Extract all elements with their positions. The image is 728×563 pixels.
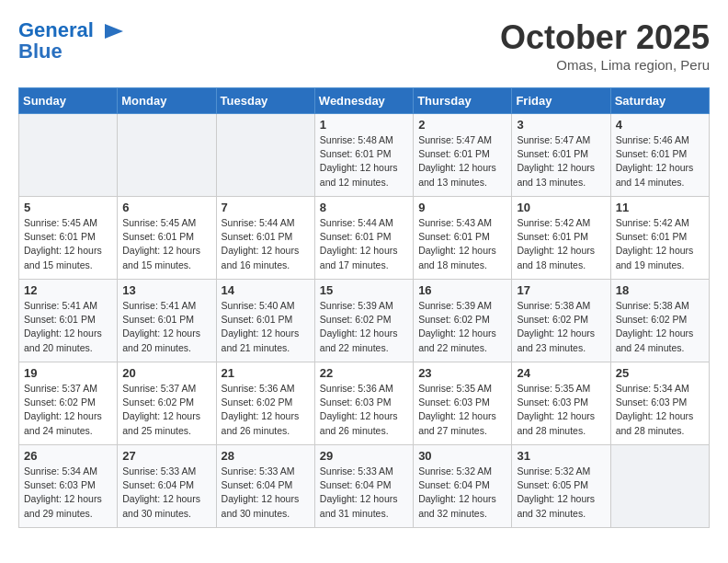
calendar-cell — [118, 114, 216, 197]
calendar-cell: 10Sunrise: 5:42 AMSunset: 6:01 PMDayligh… — [512, 197, 610, 280]
calendar-cell: 16Sunrise: 5:39 AMSunset: 6:02 PMDayligh… — [414, 280, 512, 362]
day-info: Sunrise: 5:32 AMSunset: 6:05 PMDaylight:… — [517, 465, 605, 521]
day-number: 31 — [517, 449, 605, 463]
day-info: Sunrise: 5:33 AMSunset: 6:04 PMDaylight:… — [122, 465, 210, 521]
day-number: 11 — [616, 201, 704, 214]
day-number: 28 — [222, 449, 310, 463]
calendar-cell — [610, 445, 709, 528]
day-info: Sunrise: 5:45 AMSunset: 6:01 PMDaylight:… — [122, 216, 210, 272]
calendar-cell: 6Sunrise: 5:45 AMSunset: 6:01 PMDaylight… — [118, 197, 216, 280]
day-info: Sunrise: 5:36 AMSunset: 6:03 PMDaylight:… — [320, 382, 408, 438]
calendar-cell: 14Sunrise: 5:40 AMSunset: 6:01 PMDayligh… — [216, 280, 314, 362]
day-info: Sunrise: 5:43 AMSunset: 6:01 PMDaylight:… — [418, 216, 506, 272]
day-number: 3 — [517, 118, 605, 132]
day-info: Sunrise: 5:41 AMSunset: 6:01 PMDaylight:… — [24, 299, 112, 355]
day-info: Sunrise: 5:34 AMSunset: 6:03 PMDaylight:… — [24, 465, 112, 521]
calendar-cell: 19Sunrise: 5:37 AMSunset: 6:02 PMDayligh… — [19, 362, 118, 445]
day-number: 26 — [24, 449, 112, 463]
day-number: 4 — [616, 118, 704, 132]
month-title: October 2025 — [500, 18, 710, 57]
weekday-header-wednesday: Wednesday — [314, 88, 413, 114]
calendar-cell: 21Sunrise: 5:36 AMSunset: 6:02 PMDayligh… — [216, 362, 314, 445]
day-number: 22 — [320, 366, 408, 380]
day-info: Sunrise: 5:42 AMSunset: 6:01 PMDaylight:… — [616, 216, 704, 272]
calendar-cell: 26Sunrise: 5:34 AMSunset: 6:03 PMDayligh… — [19, 445, 118, 528]
calendar-cell: 4Sunrise: 5:46 AMSunset: 6:01 PMDaylight… — [610, 114, 709, 197]
day-number: 30 — [418, 449, 506, 463]
day-info: Sunrise: 5:42 AMSunset: 6:01 PMDaylight:… — [517, 216, 605, 272]
day-info: Sunrise: 5:44 AMSunset: 6:01 PMDaylight:… — [320, 216, 408, 272]
day-number: 15 — [320, 283, 408, 297]
day-number: 1 — [320, 118, 408, 132]
day-info: Sunrise: 5:37 AMSunset: 6:02 PMDaylight:… — [24, 382, 112, 438]
weekday-header-tuesday: Tuesday — [216, 88, 314, 114]
day-number: 27 — [122, 449, 210, 463]
calendar-cell: 30Sunrise: 5:32 AMSunset: 6:04 PMDayligh… — [414, 445, 512, 528]
location: Omas, Lima region, Peru — [500, 57, 710, 73]
day-info: Sunrise: 5:38 AMSunset: 6:02 PMDaylight:… — [517, 299, 605, 355]
day-number: 6 — [122, 201, 210, 214]
weekday-header-friday: Friday — [512, 88, 610, 114]
calendar-cell: 25Sunrise: 5:34 AMSunset: 6:03 PMDayligh… — [610, 362, 709, 445]
day-info: Sunrise: 5:46 AMSunset: 6:01 PMDaylight:… — [616, 133, 704, 190]
calendar-cell — [216, 114, 314, 197]
weekday-header-monday: Monday — [118, 88, 216, 114]
day-number: 17 — [517, 283, 605, 297]
calendar-cell: 3Sunrise: 5:47 AMSunset: 6:01 PMDaylight… — [512, 114, 610, 197]
logo-icon — [101, 18, 127, 44]
day-number: 24 — [517, 366, 605, 380]
calendar-cell: 28Sunrise: 5:33 AMSunset: 6:04 PMDayligh… — [216, 445, 314, 528]
calendar-cell: 2Sunrise: 5:47 AMSunset: 6:01 PMDaylight… — [414, 114, 512, 197]
page-header: General Blue October 2025 Omas, Lima reg… — [18, 18, 710, 73]
day-info: Sunrise: 5:39 AMSunset: 6:02 PMDaylight:… — [320, 299, 408, 355]
day-info: Sunrise: 5:32 AMSunset: 6:04 PMDaylight:… — [418, 465, 506, 521]
day-info: Sunrise: 5:33 AMSunset: 6:04 PMDaylight:… — [222, 465, 310, 521]
svg-marker-0 — [105, 24, 123, 39]
calendar-week-4: 19Sunrise: 5:37 AMSunset: 6:02 PMDayligh… — [19, 362, 710, 445]
day-info: Sunrise: 5:40 AMSunset: 6:01 PMDaylight:… — [222, 299, 310, 355]
day-number: 9 — [418, 201, 506, 214]
calendar-cell — [19, 114, 118, 197]
calendar-cell: 13Sunrise: 5:41 AMSunset: 6:01 PMDayligh… — [118, 280, 216, 362]
weekday-header-row: SundayMondayTuesdayWednesdayThursdayFrid… — [19, 88, 710, 114]
weekday-header-thursday: Thursday — [414, 88, 512, 114]
day-info: Sunrise: 5:34 AMSunset: 6:03 PMDaylight:… — [616, 382, 704, 438]
day-number: 10 — [517, 201, 605, 214]
day-number: 20 — [122, 366, 210, 380]
calendar-cell: 18Sunrise: 5:38 AMSunset: 6:02 PMDayligh… — [610, 280, 709, 362]
calendar-cell: 20Sunrise: 5:37 AMSunset: 6:02 PMDayligh… — [118, 362, 216, 445]
day-number: 14 — [222, 283, 310, 297]
day-info: Sunrise: 5:37 AMSunset: 6:02 PMDaylight:… — [122, 382, 210, 438]
calendar-table: SundayMondayTuesdayWednesdayThursdayFrid… — [18, 87, 710, 528]
calendar-cell: 23Sunrise: 5:35 AMSunset: 6:03 PMDayligh… — [414, 362, 512, 445]
day-info: Sunrise: 5:35 AMSunset: 6:03 PMDaylight:… — [517, 382, 605, 438]
calendar-cell: 31Sunrise: 5:32 AMSunset: 6:05 PMDayligh… — [512, 445, 610, 528]
weekday-header-sunday: Sunday — [19, 88, 118, 114]
day-info: Sunrise: 5:35 AMSunset: 6:03 PMDaylight:… — [418, 382, 506, 438]
calendar-cell: 8Sunrise: 5:44 AMSunset: 6:01 PMDaylight… — [314, 197, 413, 280]
day-info: Sunrise: 5:38 AMSunset: 6:02 PMDaylight:… — [616, 299, 704, 355]
day-number: 7 — [222, 201, 310, 214]
title-area: October 2025 Omas, Lima region, Peru — [500, 18, 710, 73]
calendar-cell: 27Sunrise: 5:33 AMSunset: 6:04 PMDayligh… — [118, 445, 216, 528]
calendar-cell: 24Sunrise: 5:35 AMSunset: 6:03 PMDayligh… — [512, 362, 610, 445]
calendar-cell: 12Sunrise: 5:41 AMSunset: 6:01 PMDayligh… — [19, 280, 118, 362]
day-number: 19 — [24, 366, 112, 380]
calendar-week-2: 5Sunrise: 5:45 AMSunset: 6:01 PMDaylight… — [19, 197, 710, 280]
calendar-cell: 9Sunrise: 5:43 AMSunset: 6:01 PMDaylight… — [414, 197, 512, 280]
day-info: Sunrise: 5:47 AMSunset: 6:01 PMDaylight:… — [418, 133, 506, 190]
calendar-cell: 1Sunrise: 5:48 AMSunset: 6:01 PMDaylight… — [314, 114, 413, 197]
weekday-header-saturday: Saturday — [610, 88, 709, 114]
calendar-cell: 29Sunrise: 5:33 AMSunset: 6:04 PMDayligh… — [314, 445, 413, 528]
day-info: Sunrise: 5:39 AMSunset: 6:02 PMDaylight:… — [418, 299, 506, 355]
day-info: Sunrise: 5:47 AMSunset: 6:01 PMDaylight:… — [517, 133, 605, 190]
day-info: Sunrise: 5:41 AMSunset: 6:01 PMDaylight:… — [122, 299, 210, 355]
day-number: 13 — [122, 283, 210, 297]
calendar-cell: 11Sunrise: 5:42 AMSunset: 6:01 PMDayligh… — [610, 197, 709, 280]
calendar-cell: 5Sunrise: 5:45 AMSunset: 6:01 PMDaylight… — [19, 197, 118, 280]
day-info: Sunrise: 5:45 AMSunset: 6:01 PMDaylight:… — [24, 216, 112, 272]
logo: General Blue — [18, 18, 127, 63]
calendar-cell: 22Sunrise: 5:36 AMSunset: 6:03 PMDayligh… — [314, 362, 413, 445]
day-number: 16 — [418, 283, 506, 297]
day-number: 12 — [24, 283, 112, 297]
